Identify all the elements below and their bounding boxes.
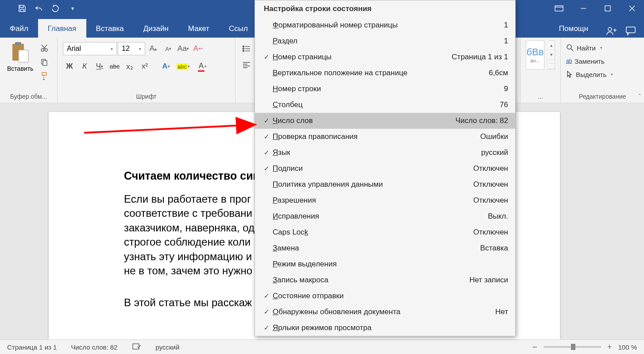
- status-page[interactable]: Страница 1 из 1: [7, 343, 57, 351]
- undo-icon[interactable]: [35, 4, 43, 13]
- status-spellcheck-icon[interactable]: [132, 342, 142, 352]
- popup-item-7[interactable]: ✓Проверка правописанияОшибки: [255, 129, 515, 145]
- popup-item-15[interactable]: Режим выделения: [255, 256, 515, 272]
- popup-item-value: Отключен: [473, 164, 508, 173]
- svg-point-11: [243, 46, 244, 47]
- svg-rect-3: [626, 27, 635, 33]
- bold-button[interactable]: Ж: [63, 60, 76, 73]
- popup-item-value: русский: [481, 148, 508, 157]
- align-left-icon[interactable]: [241, 59, 252, 70]
- popup-item-6[interactable]: ✓Число словЧисло слов: 82: [255, 113, 515, 129]
- popup-item-14[interactable]: ЗаменаВставка: [255, 240, 515, 256]
- popup-item-label: Число слов: [273, 116, 455, 125]
- subscript-button[interactable]: x₂: [123, 60, 136, 73]
- shrink-font-icon[interactable]: A▾: [161, 42, 175, 55]
- svg-rect-15: [133, 344, 139, 349]
- svg-rect-6: [19, 50, 28, 62]
- ribbon-display-icon[interactable]: [547, 0, 571, 16]
- zoom-slider[interactable]: [544, 346, 601, 348]
- popup-item-2[interactable]: ✓Номер страницыСтраница 1 из 1: [255, 49, 515, 65]
- highlight-button[interactable]: abc▾: [174, 60, 192, 73]
- tab-design[interactable]: Дизайн: [134, 19, 178, 38]
- copy-icon[interactable]: [39, 56, 50, 68]
- clear-format-icon[interactable]: A⬴: [191, 42, 205, 55]
- popup-item-value: Отключен: [473, 228, 508, 237]
- check-icon: ✓: [260, 53, 273, 61]
- font-name-input[interactable]: Arial▾: [63, 42, 117, 55]
- popup-item-3[interactable]: Вертикальное положение на странице6,6см: [255, 65, 515, 81]
- svg-rect-0: [555, 6, 563, 11]
- popup-item-0[interactable]: Форматированный номер страницы1: [255, 17, 515, 33]
- tab-references[interactable]: Ссыл: [219, 19, 258, 38]
- minimize-icon[interactable]: [571, 0, 595, 16]
- popup-item-label: Режим выделения: [273, 260, 508, 269]
- svg-point-2: [608, 27, 612, 31]
- check-icon: ✓: [260, 324, 273, 332]
- cut-icon[interactable]: [39, 42, 50, 54]
- popup-item-value: 76: [500, 100, 508, 109]
- tab-layout[interactable]: Макет: [178, 19, 219, 38]
- user-icon[interactable]: [606, 26, 617, 38]
- styles-gallery-scroll[interactable]: ▴▾⋯: [548, 40, 555, 69]
- close-icon[interactable]: [620, 0, 644, 16]
- popup-item-value: 9: [504, 85, 508, 93]
- qat-more-icon[interactable]: ▾: [68, 4, 77, 13]
- popup-item-value: Ошибки: [480, 132, 508, 141]
- svg-rect-1: [605, 6, 610, 11]
- popup-item-18[interactable]: ✓Обнаружены обновления документаНет: [255, 304, 515, 320]
- popup-item-4[interactable]: Номер строки9: [255, 81, 515, 97]
- popup-item-8[interactable]: ✓Языкрусский: [255, 145, 515, 161]
- format-painter-icon[interactable]: [39, 70, 50, 82]
- tab-help[interactable]: Помощн: [549, 19, 598, 38]
- font-size-input[interactable]: 12▾: [118, 42, 145, 55]
- superscript-button[interactable]: x²: [138, 60, 151, 73]
- popup-item-13[interactable]: Caps LockОтключен: [255, 224, 515, 240]
- tab-insert[interactable]: Вставка: [86, 19, 134, 38]
- grow-font-icon[interactable]: A▴: [146, 42, 160, 55]
- popup-item-label: Номер страницы: [273, 53, 452, 62]
- zoom-value[interactable]: 100 %: [618, 343, 637, 351]
- clipboard-group-label: Буфер обм...: [5, 91, 52, 102]
- comments-icon[interactable]: [625, 26, 636, 38]
- popup-item-label: Политика управления данными: [273, 180, 473, 189]
- popup-item-5[interactable]: Столбец76: [255, 97, 515, 113]
- popup-item-17[interactable]: ✓Состояние отправки: [255, 288, 515, 304]
- redo-icon[interactable]: [51, 4, 60, 13]
- change-case-icon[interactable]: Aa▾: [176, 42, 190, 55]
- strike-button[interactable]: abc: [108, 60, 121, 73]
- popup-item-16[interactable]: Запись макросаНет записи: [255, 272, 515, 288]
- status-language[interactable]: русский: [156, 343, 180, 351]
- paste-button[interactable]: Вставить: [5, 40, 35, 73]
- popup-item-11[interactable]: РазрешенияОтключен: [255, 192, 515, 208]
- font-color-button[interactable]: A▾: [194, 60, 211, 73]
- status-bar[interactable]: Страница 1 из 1 Число слов: 82 русский −…: [0, 339, 644, 354]
- save-icon[interactable]: [18, 4, 27, 13]
- check-icon: ✓: [260, 133, 273, 141]
- text-effects-button[interactable]: A▾: [159, 60, 173, 73]
- find-button[interactable]: Найти▾: [566, 42, 613, 54]
- popup-item-9[interactable]: ✓ПодписиОтключен: [255, 161, 515, 177]
- popup-item-10[interactable]: Политика управления даннымиОтключен: [255, 177, 515, 192]
- popup-item-19[interactable]: ✓Ярлыки режимов просмотра: [255, 320, 515, 336]
- bullets-icon[interactable]: [241, 43, 252, 54]
- svg-point-13: [243, 50, 244, 52]
- zoom-out-icon[interactable]: −: [532, 342, 537, 352]
- status-word-count[interactable]: Число слов: 82: [71, 343, 117, 351]
- check-icon: ✓: [260, 165, 273, 173]
- maximize-icon[interactable]: [595, 0, 620, 16]
- check-icon: ✓: [260, 149, 273, 157]
- style-preview[interactable]: бВв во...: [526, 40, 544, 69]
- popup-item-label: Замена: [273, 244, 480, 253]
- underline-button[interactable]: Ч▾: [93, 60, 106, 73]
- popup-item-1[interactable]: Раздел1: [255, 33, 515, 49]
- replace-button[interactable]: abЗаменить: [566, 55, 613, 67]
- popup-item-12[interactable]: ИсправленияВыкл.: [255, 208, 515, 224]
- tab-home[interactable]: Главная: [38, 19, 86, 38]
- italic-button[interactable]: К: [78, 60, 91, 73]
- zoom-in-icon[interactable]: +: [607, 342, 612, 352]
- select-button[interactable]: Выделить▾: [566, 69, 613, 80]
- styles-group-label: ...: [526, 91, 555, 102]
- svg-rect-10: [43, 61, 47, 65]
- collapse-ribbon-icon[interactable]: ˄: [638, 93, 641, 100]
- tab-file[interactable]: Файл: [0, 19, 38, 38]
